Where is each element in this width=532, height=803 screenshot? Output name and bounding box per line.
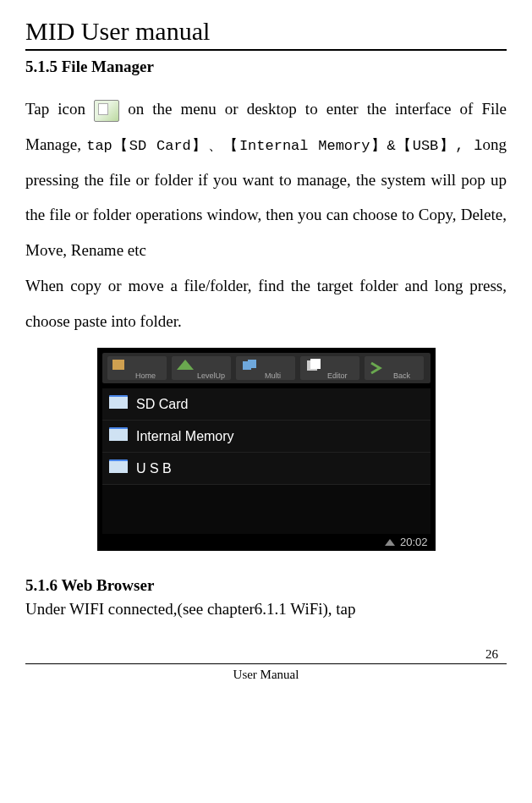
svg-rect-23 bbox=[109, 461, 128, 473]
statusbar-time: 20:02 bbox=[400, 536, 428, 548]
footer-rule bbox=[25, 663, 507, 664]
svg-rect-12 bbox=[310, 359, 321, 369]
list-item-internal: Internal Memory bbox=[136, 429, 234, 443]
text-fragment-mono: tap【SD Card】、【Internal Memory】&【USB】, l bbox=[86, 138, 482, 154]
web-browser-paragraph: Under WIFI connected,(see chapter6.1.1 W… bbox=[25, 597, 507, 622]
file-manager-icon bbox=[94, 100, 119, 122]
svg-rect-10 bbox=[248, 360, 256, 368]
file-manager-screenshot: Home LevelUp Multi Editor Back SD Card I… bbox=[97, 348, 436, 551]
file-manager-paragraph-2: When copy or move a file/folder, find th… bbox=[25, 268, 507, 339]
svg-rect-26 bbox=[97, 534, 436, 551]
svg-rect-19 bbox=[109, 429, 128, 441]
toolbar-home-label: Home bbox=[135, 371, 156, 380]
toolbar-editor-label: Editor bbox=[327, 371, 348, 380]
file-manager-paragraph-1: Tap icon on the menu or desktop to enter… bbox=[25, 91, 507, 268]
section-heading-file-manager: 5.1.5 File Manager bbox=[25, 58, 507, 76]
svg-rect-25 bbox=[102, 485, 431, 534]
section-heading-web-browser: 5.1.6 Web Browser bbox=[25, 576, 507, 595]
svg-rect-15 bbox=[109, 397, 128, 409]
page-number: 26 bbox=[25, 647, 498, 662]
text-fragment: Tap icon bbox=[25, 100, 94, 118]
toolbar-levelup-label: LevelUp bbox=[197, 371, 225, 380]
list-item-usb: U S B bbox=[136, 461, 172, 476]
title-rule bbox=[25, 49, 507, 51]
toolbar-multi-label: Multi bbox=[265, 371, 281, 380]
footer-label: User Manual bbox=[25, 668, 507, 682]
list-item-sdcard: SD Card bbox=[136, 397, 188, 411]
doc-title: MID User manual bbox=[25, 17, 507, 46]
toolbar-back-label: Back bbox=[393, 371, 411, 380]
svg-rect-7 bbox=[112, 360, 124, 370]
